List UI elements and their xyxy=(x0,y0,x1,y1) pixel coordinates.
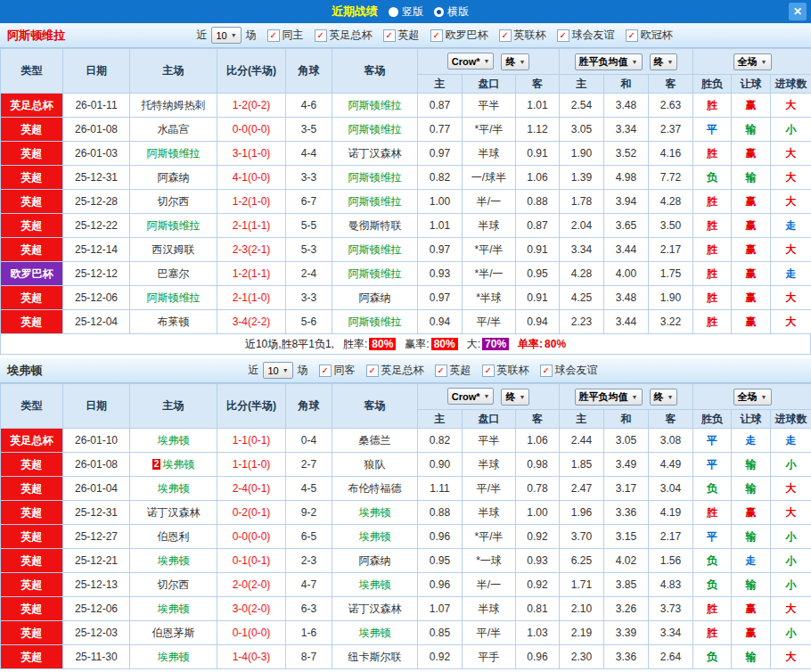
avg-draw: 3.39 xyxy=(604,621,649,645)
home-team: 切尔西 xyxy=(130,190,217,214)
result-handicap: 赢 xyxy=(732,214,771,238)
home-team: 西汉姆联 xyxy=(130,238,217,262)
away-team: 曼彻斯特联 xyxy=(332,214,418,238)
fulltime-scope-select[interactable]: 全场▼ xyxy=(733,53,772,70)
league-filter-checkbox[interactable]: ✓同客 xyxy=(319,363,356,378)
odds-handicap: 半球 xyxy=(463,142,516,166)
odds-time-select[interactable]: 终▼ xyxy=(501,389,529,406)
team-label: 埃弗顿 xyxy=(162,458,194,471)
match-score: 1-1(0-1) xyxy=(217,429,286,453)
avg-home: 3.70 xyxy=(560,525,604,549)
league-filter-checkbox[interactable]: ✓英足总杯 xyxy=(366,363,424,378)
odds-time-select[interactable]: 终▼ xyxy=(501,53,529,70)
league-filter-checkbox[interactable]: ✓英超 xyxy=(435,363,471,378)
match-score: 2-1(1-0) xyxy=(217,286,286,310)
league-filter-checkbox[interactable]: ✓欧冠杯 xyxy=(626,28,673,43)
horizontal-layout-radio[interactable]: 横版 xyxy=(434,4,469,20)
avg-home: 2.47 xyxy=(560,477,604,501)
odds-away: 1.06 xyxy=(516,166,560,190)
league-filter-checkbox[interactable]: ✓球会友谊 xyxy=(540,363,598,378)
result-outcome: 胜 xyxy=(693,190,732,214)
avg-away: 4.83 xyxy=(649,573,693,597)
filter-label: 英超 xyxy=(450,363,471,378)
match-count-select-value: 10 xyxy=(216,30,226,41)
match-score: 3-1(1-0) xyxy=(217,142,286,166)
rate-label: 胜率: xyxy=(343,337,367,352)
away-team: 阿森纳 xyxy=(332,549,418,573)
bookmaker-select[interactable]: Crow*▼ xyxy=(447,388,495,405)
result-goals: 大 xyxy=(771,238,811,262)
team-label: 伯恩茅斯 xyxy=(152,627,195,639)
odds-group-header: Crow*▼终▼ xyxy=(418,49,560,75)
checkbox-icon: ✓ xyxy=(499,29,512,42)
team-label: 埃弗顿 xyxy=(359,627,391,639)
competition-badge: 英超 xyxy=(1,597,63,621)
result-outcome: 平 xyxy=(693,429,732,453)
result-handicap: 赢 xyxy=(732,262,771,286)
corner-score: 9-2 xyxy=(286,501,332,525)
league-filter-checkbox[interactable]: ✓英联杯 xyxy=(482,363,529,378)
league-filter-checkbox[interactable]: ✓同主 xyxy=(267,28,304,43)
team-label: 埃弗顿 xyxy=(158,602,190,615)
result-goals: 大 xyxy=(771,286,811,310)
competition-badge: 英足总杯 xyxy=(1,429,63,453)
fulltime-scope-select[interactable]: 全场▼ xyxy=(733,389,772,406)
section-header: 阿斯顿维拉近10▼场✓同主✓英足总杯✓英超✓欧罗巴杯✓英联杯✓球会友谊✓欧冠杯 xyxy=(0,23,811,48)
recent-results-window: 近期战绩 竖版横版 ✕ 阿斯顿维拉近10▼场✓同主✓英足总杯✓英超✓欧罗巴杯✓英… xyxy=(0,0,811,672)
avg-time-select[interactable]: 终▼ xyxy=(650,53,678,70)
avg-draw: 3.17 xyxy=(604,477,649,501)
league-filter-checkbox[interactable]: ✓英足总杯 xyxy=(315,28,373,43)
competition-badge: 英超 xyxy=(1,525,63,549)
league-filter-checkbox[interactable]: ✓球会友谊 xyxy=(557,28,615,43)
radio-label: 横版 xyxy=(447,4,469,20)
bookmaker-select[interactable]: Crow*▼ xyxy=(447,53,495,70)
corner-score: 3-3 xyxy=(286,286,332,310)
avg-type-select[interactable]: 胜平负均值▼ xyxy=(575,53,643,70)
odds-home: 0.96 xyxy=(418,525,463,549)
avg-type-select[interactable]: 胜平负均值▼ xyxy=(575,389,643,406)
result-outcome: 负 xyxy=(693,645,732,669)
odds-handicap: 半/一 xyxy=(463,573,516,597)
match-score: 1-1(1-0) xyxy=(217,453,286,477)
checkbox-icon: ✓ xyxy=(540,365,553,377)
league-filter-checkbox[interactable]: ✓英超 xyxy=(383,28,420,43)
close-button[interactable]: ✕ xyxy=(789,3,807,20)
checkbox-icon: ✓ xyxy=(383,29,396,42)
team-label: 阿森纳 xyxy=(359,291,391,304)
vertical-layout-radio[interactable]: 竖版 xyxy=(389,4,423,20)
odds-away: 0.87 xyxy=(516,214,560,238)
match-count-select[interactable]: 10▼ xyxy=(211,27,241,44)
home-team: 埃弗顿 xyxy=(130,477,217,501)
away-team: 诺丁汉森林 xyxy=(332,142,418,166)
match-count-select[interactable]: 10▼ xyxy=(263,362,292,379)
column-subheader: 客 xyxy=(516,410,560,429)
team-label: 阿斯顿维拉 xyxy=(147,219,201,232)
avg-draw: 4.00 xyxy=(604,262,649,286)
competition-badge: 英超 xyxy=(1,142,63,166)
odds-away: 0.92 xyxy=(516,573,560,597)
filter-label: 欧冠杯 xyxy=(641,28,673,43)
result-handicap: 赢 xyxy=(732,238,771,262)
checkbox-icon: ✓ xyxy=(482,365,495,377)
competition-badge: 英超 xyxy=(1,214,63,238)
team-label: 巴塞尔 xyxy=(158,267,190,280)
league-filter-checkbox[interactable]: ✓欧罗巴杯 xyxy=(430,28,488,43)
team-label: 阿斯顿维拉 xyxy=(348,195,402,208)
league-filter-checkbox[interactable]: ✓英联杯 xyxy=(499,28,546,43)
column-subheader: 和 xyxy=(604,75,649,94)
odds-handicap: 平/半 xyxy=(463,621,516,645)
avg-away: 3.34 xyxy=(649,621,693,645)
avg-draw: 3.44 xyxy=(604,238,649,262)
result-handicap: 赢 xyxy=(732,190,771,214)
avg-time-select[interactable]: 终▼ xyxy=(650,389,678,406)
odds-away: 0.98 xyxy=(516,453,560,477)
corner-score: 4-7 xyxy=(286,573,332,597)
avg-draw: 4.02 xyxy=(604,549,649,573)
match-date: 25-11-30 xyxy=(63,645,130,669)
result-group-header: 全场▼ xyxy=(693,384,811,410)
result-outcome: 平 xyxy=(693,118,732,142)
avg-draw: 3.52 xyxy=(604,142,649,166)
match-score: 0-0(0-0) xyxy=(217,118,286,142)
avg-away: 4.16 xyxy=(649,142,693,166)
filter-label: 同客 xyxy=(334,363,356,378)
